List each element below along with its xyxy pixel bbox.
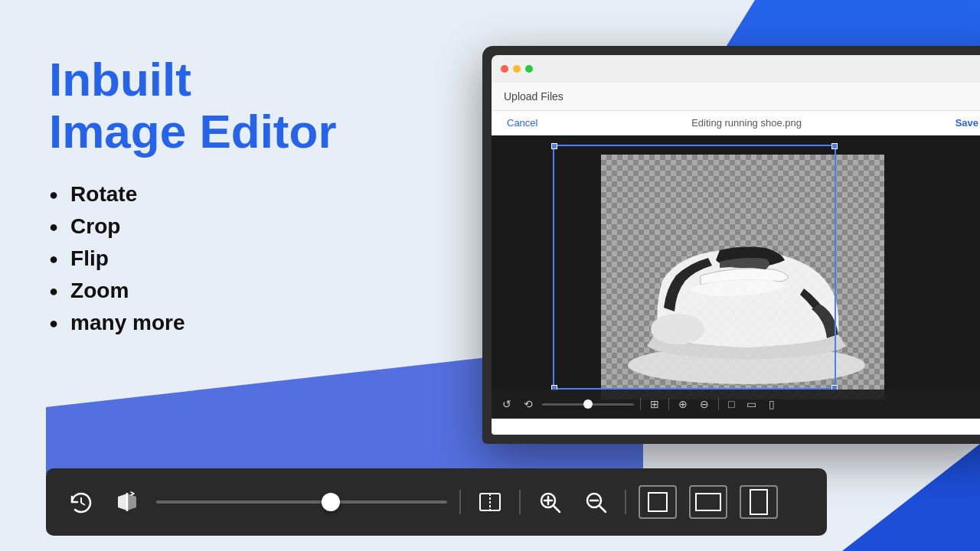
toolbar-sep-2	[519, 490, 521, 514]
laptop-frame: Upload Files Cancel Editing running shoe…	[482, 46, 980, 444]
history-icon-large[interactable]	[64, 485, 98, 519]
svg-rect-14	[648, 493, 667, 511]
title-line2: Image Editor	[49, 105, 337, 158]
crop-landscape-icon[interactable]: ▭	[743, 396, 760, 412]
feature-more: many more	[49, 311, 337, 335]
crop-overlay	[553, 145, 836, 390]
separator-3	[718, 398, 719, 410]
feature-list: Rotate Crop Flip Zoom many more	[49, 182, 337, 335]
feature-flip: Flip	[49, 246, 337, 271]
feature-zoom: Zoom	[49, 279, 337, 303]
separator-2	[668, 398, 669, 410]
maximize-dot	[525, 65, 533, 73]
svg-line-10	[554, 506, 560, 512]
toolbar-sep-3	[625, 490, 626, 514]
zoom-out-icon-large[interactable]	[579, 485, 612, 519]
split-view-icon-large[interactable]	[473, 485, 507, 519]
title-line1: Inbuilt	[49, 53, 191, 106]
separator-1	[640, 398, 641, 410]
feature-rotate: Rotate	[49, 182, 337, 207]
editor-toolbar: Cancel Editing running shoe.png Save	[492, 111, 980, 135]
main-zoom-slider[interactable]	[156, 500, 447, 504]
crop-portrait-icon[interactable]: ▯	[766, 396, 778, 412]
close-dot	[501, 65, 508, 73]
flip-icon[interactable]: ⟲	[521, 396, 536, 412]
svg-line-13	[599, 506, 606, 512]
svg-rect-15	[696, 494, 720, 510]
crop-handle-tl[interactable]	[551, 143, 557, 149]
crop-handle-tr[interactable]	[831, 143, 838, 149]
history-icon[interactable]: ↺	[499, 396, 514, 412]
crop-square-button[interactable]	[639, 485, 677, 519]
browser-chrome	[492, 55, 980, 83]
zoom-in-icon[interactable]: ⊕	[675, 396, 691, 412]
zoom-in-icon-large[interactable]	[533, 485, 567, 519]
save-button[interactable]: Save	[956, 117, 978, 129]
feature-crop: Crop	[49, 214, 337, 239]
crop-portrait-button[interactable]	[740, 485, 778, 519]
editor-filename: Editing running shoe.png	[691, 117, 802, 129]
svg-line-3	[81, 503, 85, 505]
toolbar-sep-1	[459, 490, 461, 514]
zoom-slider[interactable]	[542, 403, 634, 406]
zoom-out-icon[interactable]: ⊖	[697, 396, 712, 412]
svg-rect-16	[750, 490, 767, 514]
minimize-dot	[513, 65, 521, 73]
left-panel: Inbuilt Image Editor Rotate Crop Flip Zo…	[49, 54, 337, 343]
main-zoom-thumb[interactable]	[322, 493, 340, 511]
laptop-container: Upload Files Cancel Editing running shoe…	[482, 46, 980, 444]
split-view-icon[interactable]: ⊞	[647, 396, 662, 412]
bottom-toolbar	[46, 468, 827, 536]
browser-content: Upload Files Cancel Editing running shoe…	[492, 83, 980, 435]
editor-canvas: ↺ ⟲ ⊞ ⊕ ⊖ □ ▭ ▯	[492, 135, 980, 419]
main-title: Inbuilt Image Editor	[49, 54, 337, 158]
cancel-button[interactable]: Cancel	[507, 117, 537, 129]
crop-square-icon[interactable]: □	[725, 396, 737, 412]
editor-inner-toolbar: ↺ ⟲ ⊞ ⊕ ⊖ □ ▭ ▯	[492, 390, 980, 419]
zoom-thumb[interactable]	[583, 399, 593, 409]
upload-header: Upload Files	[492, 83, 980, 111]
crop-landscape-button[interactable]	[689, 485, 727, 519]
flip-icon-large[interactable]	[110, 485, 144, 519]
